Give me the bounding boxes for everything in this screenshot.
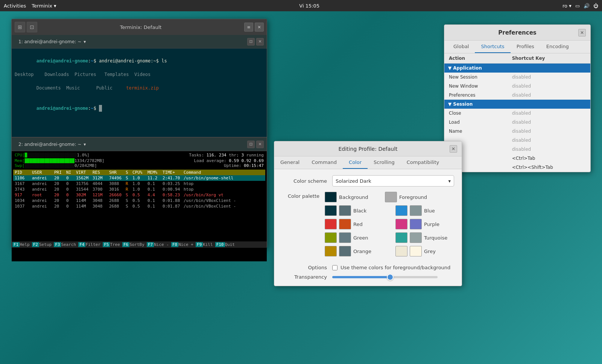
profile-tab-general[interactable]: General bbox=[274, 156, 306, 169]
green-swatch-2[interactable] bbox=[339, 232, 351, 243]
tab-encoding[interactable]: Encoding bbox=[540, 41, 575, 53]
fg-col: Foreground bbox=[385, 192, 429, 202]
bg-swatch[interactable] bbox=[325, 192, 337, 202]
grey-col: Grey bbox=[395, 246, 454, 256]
tab-global[interactable]: Global bbox=[447, 41, 475, 53]
shortcuts-table: Action Shortcut Key ▼Application New Ses… bbox=[444, 53, 590, 172]
palette-row-3: Red Purple bbox=[325, 219, 454, 229]
color-scheme-row: Color scheme Solarized Dark ▾ bbox=[282, 175, 454, 187]
purple-swatch-2[interactable] bbox=[410, 219, 422, 229]
tab-profiles[interactable]: Profiles bbox=[511, 41, 540, 53]
orange-col: Orange bbox=[325, 246, 383, 256]
palette-label: Color palette bbox=[282, 192, 319, 259]
color-scheme-label: Color scheme bbox=[282, 178, 327, 184]
tab-maximize-btn[interactable]: ⊡ bbox=[247, 38, 255, 46]
black-col: Black bbox=[325, 205, 383, 216]
section-application[interactable]: ▼Application bbox=[444, 64, 590, 73]
grey-swatch-1[interactable] bbox=[395, 246, 407, 256]
tab-shortcuts[interactable]: Shortcuts bbox=[475, 41, 510, 53]
htop-row-5[interactable]: 1034 andrei 20 0 114M 3048 2688 S 0.5 0.… bbox=[13, 198, 265, 203]
grey-label: Grey bbox=[424, 249, 454, 254]
orange-swatch-2[interactable] bbox=[339, 246, 351, 256]
tab-bar-1: 1: andrei@andrei-gnome: ~ ▾ ⊡ ✕ bbox=[12, 35, 267, 49]
shortcut-row-name[interactable]: Name disabled bbox=[444, 127, 590, 136]
htop-row-3[interactable]: 3743 andrei 20 0 31544 3700 3016 R 1.0 0… bbox=[13, 187, 265, 192]
preferences-close-btn[interactable]: ✕ bbox=[578, 29, 586, 36]
black-swatch-1[interactable] bbox=[325, 205, 337, 216]
blue-col: Blue bbox=[395, 205, 454, 216]
color-scheme-dropdown[interactable]: Solarized Dark ▾ bbox=[332, 175, 454, 187]
red-col: Red bbox=[325, 219, 383, 229]
col-shortcut: Shortcut Key bbox=[508, 53, 590, 64]
htop-row-6[interactable]: 1037 andrei 20 0 114M 3048 2688 S 0.5 0.… bbox=[13, 203, 265, 209]
theme-colors-checkbox[interactable] bbox=[332, 265, 337, 270]
shortcut-row-4[interactable]: disabled bbox=[444, 136, 590, 145]
htop-content[interactable]: CPU[█░░░░░░░░░░░░░░░░░░░░1.0%] Tasks: 11… bbox=[12, 151, 267, 261]
shortcut-row-5[interactable]: disabled bbox=[444, 145, 590, 154]
htop-row-2[interactable]: 3167 andrei 20 0 31756 4044 3088 R 1.0 0… bbox=[13, 181, 265, 187]
terminal-menu-btn[interactable]: ≡ bbox=[244, 23, 253, 32]
terminal-icon-1[interactable]: ⊞ bbox=[15, 22, 25, 32]
palette-grid: Background Foreground Black bbox=[325, 192, 454, 259]
profile-tabs: General Command Color Scrolling Compatib… bbox=[274, 156, 462, 169]
terminal-pane-2: 2: andrei@andrei-gnome: ~ ▾ ⊡ ✕ CPU[█░░░… bbox=[12, 137, 267, 248]
htop-row-1[interactable]: 1106 andrei 20 0 1562M 312M 74496 S 1.0 … bbox=[13, 175, 265, 181]
green-label: Green bbox=[353, 235, 383, 241]
shortcut-row-ctrl-shift-tab[interactable]: <Ctrl><Shift>Tab bbox=[444, 163, 590, 172]
slider-thumb[interactable] bbox=[387, 274, 394, 281]
purple-swatch-1[interactable] bbox=[395, 219, 407, 229]
terminal-close-btn-1[interactable]: ✕ bbox=[255, 23, 264, 32]
preferences-window: Preferences ✕ Global Shortcuts Profiles … bbox=[444, 24, 591, 172]
shortcut-row-preferences[interactable]: Preferences disabled bbox=[444, 91, 590, 100]
turquoise-col: Turquoise bbox=[395, 232, 454, 243]
terminal-tab-2[interactable]: 2: andrei@andrei-gnome: ~ ▾ bbox=[15, 140, 90, 149]
green-col: Green bbox=[325, 232, 383, 243]
tab2-maximize-btn[interactable]: ⊡ bbox=[247, 141, 255, 148]
topbar-left: Activities Terminix ▾ bbox=[4, 3, 56, 9]
blue-swatch-1[interactable] bbox=[395, 205, 407, 216]
profile-close-btn[interactable]: ✕ bbox=[450, 145, 457, 153]
black-label: Black bbox=[353, 208, 383, 214]
topbar-right: ro ▾ ▭ 🔊 ⏻ bbox=[562, 3, 598, 9]
transparency-slider[interactable] bbox=[332, 276, 438, 278]
profile-tab-command[interactable]: Command bbox=[306, 156, 343, 169]
screen-icon: ▭ bbox=[575, 3, 580, 9]
profile-window: Editing Profile: Default ✕ General Comma… bbox=[274, 141, 462, 286]
shortcut-row-new-window[interactable]: New Window disabled bbox=[444, 82, 590, 91]
section-session[interactable]: ▼Session bbox=[444, 100, 590, 109]
shortcut-row-load[interactable]: Load disabled bbox=[444, 118, 590, 127]
bg-col: Background bbox=[325, 192, 369, 202]
preferences-title: Preferences bbox=[456, 29, 578, 36]
tab2-close-btn[interactable]: ✕ bbox=[256, 141, 264, 148]
turquoise-swatch-1[interactable] bbox=[395, 232, 407, 243]
terminal-tab-1[interactable]: 1: andrei@andrei-gnome: ~ ▾ bbox=[15, 38, 90, 46]
app-menu[interactable]: Terminix ▾ bbox=[32, 3, 56, 9]
shortcut-row-close[interactable]: Close disabled bbox=[444, 109, 590, 118]
red-swatch-2[interactable] bbox=[339, 219, 351, 229]
orange-swatch-1[interactable] bbox=[325, 246, 337, 256]
volume-icon: 🔊 bbox=[584, 3, 590, 9]
blue-label: Blue bbox=[424, 208, 454, 214]
profile-tab-color[interactable]: Color bbox=[343, 156, 368, 169]
blue-swatch-2[interactable] bbox=[410, 205, 422, 216]
grey-swatch-2[interactable] bbox=[410, 246, 422, 256]
tab-close-btn[interactable]: ✕ bbox=[256, 38, 264, 46]
locale-button[interactable]: ro ▾ bbox=[562, 3, 572, 9]
fg-swatch[interactable] bbox=[385, 192, 397, 202]
shortcut-row-new-session[interactable]: New Session disabled bbox=[444, 73, 590, 82]
red-label: Red bbox=[353, 221, 383, 227]
activities-button[interactable]: Activities bbox=[4, 3, 26, 9]
terminal-icon-2[interactable]: ⊡ bbox=[27, 22, 37, 32]
preferences-content: Action Shortcut Key ▼Application New Ses… bbox=[444, 53, 590, 172]
profile-tab-scrolling[interactable]: Scrolling bbox=[368, 156, 401, 169]
red-swatch-1[interactable] bbox=[325, 219, 337, 229]
green-swatch-1[interactable] bbox=[325, 232, 337, 243]
terminal-title-1: Terminix: Default bbox=[37, 24, 244, 30]
htop-row-4[interactable]: 917 root 20 0 302M 121M 26660 S 0.5 4.4 … bbox=[13, 192, 265, 198]
profile-tab-compatibility[interactable]: Compatibility bbox=[401, 156, 445, 169]
turquoise-swatch-2[interactable] bbox=[410, 232, 422, 243]
shortcut-row-ctrl-tab[interactable]: <Ctrl>Tab bbox=[444, 154, 590, 163]
black-swatch-2[interactable] bbox=[339, 205, 351, 216]
bg-label: Background bbox=[339, 194, 369, 200]
transparency-row: Transparency bbox=[282, 274, 454, 280]
